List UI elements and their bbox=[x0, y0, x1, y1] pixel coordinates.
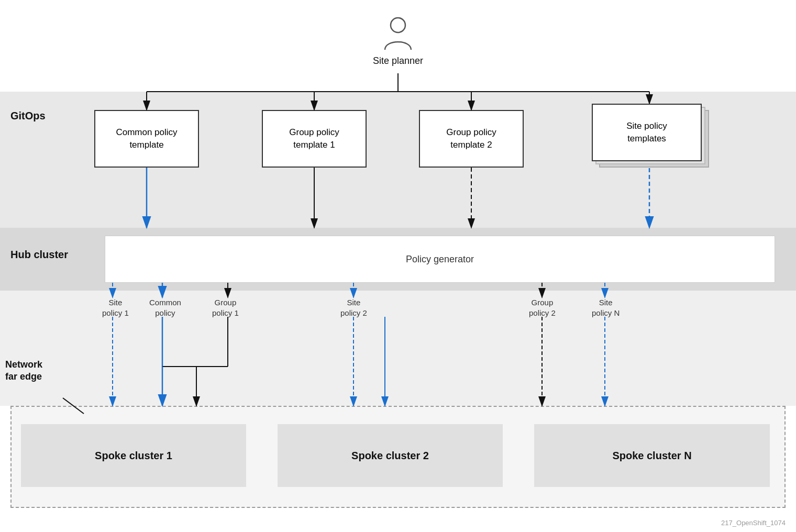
group-policy-1-box: Group policytemplate 1 bbox=[262, 110, 367, 168]
gitops-label: GitOps bbox=[10, 110, 46, 122]
spoke-1-label: Spoke cluster 1 bbox=[95, 450, 172, 462]
hub-label: Hub cluster bbox=[10, 249, 68, 261]
site-policy-label: Site policytemplates bbox=[626, 120, 667, 145]
spoke-cluster-1: Spoke cluster 1 bbox=[21, 424, 246, 487]
group-policy-1-label: Group policytemplate 1 bbox=[289, 126, 339, 151]
common-policy-instance-label: Commonpolicy bbox=[149, 297, 181, 318]
svg-point-0 bbox=[391, 18, 405, 32]
watermark: 217_OpenShift_1074 bbox=[721, 519, 786, 527]
network-far-edge-label: Networkfar edge bbox=[5, 359, 42, 383]
diagram-container: GitOps Hub cluster Networkfar edge Site … bbox=[0, 0, 796, 532]
hub-box: Policy generator bbox=[105, 236, 775, 283]
group-policy-2-label: Group policytemplate 2 bbox=[446, 126, 496, 151]
common-policy-box: Common policytemplate bbox=[94, 110, 199, 168]
common-policy-label: Common policytemplate bbox=[116, 126, 177, 151]
hub-box-label: Policy generator bbox=[406, 254, 474, 265]
person-icon bbox=[382, 16, 414, 52]
site-planner-label: Site planner bbox=[373, 56, 423, 66]
site-policy-stack: Site policytemplates bbox=[592, 104, 702, 161]
site-policy-box: Site policytemplates bbox=[592, 104, 702, 161]
site-planner: Site planner bbox=[373, 16, 423, 66]
site-policy-n-label: Sitepolicy N bbox=[592, 297, 620, 318]
site-policy-1-label: Sitepolicy 1 bbox=[102, 297, 129, 318]
group-policy-2-instance-label: Grouppolicy 2 bbox=[529, 297, 556, 318]
spoke-cluster-n: Spoke cluster N bbox=[534, 424, 770, 487]
site-policy-2-label: Sitepolicy 2 bbox=[340, 297, 367, 318]
spoke-n-label: Spoke cluster N bbox=[612, 450, 691, 462]
spoke-2-label: Spoke cluster 2 bbox=[351, 450, 429, 462]
group-policy-2-box: Group policytemplate 2 bbox=[419, 110, 524, 168]
group-policy-1-instance-label: Grouppolicy 1 bbox=[212, 297, 239, 318]
spoke-cluster-2: Spoke cluster 2 bbox=[278, 424, 503, 487]
